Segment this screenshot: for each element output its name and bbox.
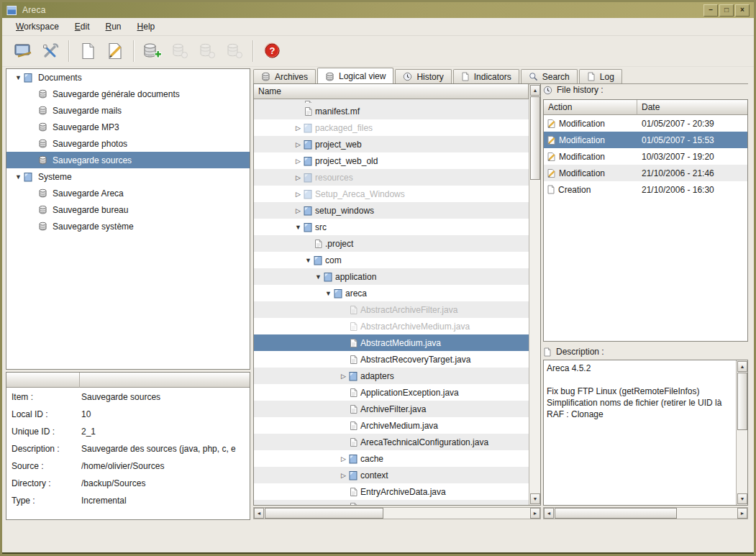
expand-arrow-icon[interactable]: ▼: [14, 173, 23, 181]
target-tree-item[interactable]: Sauvegarde bureau: [6, 201, 250, 218]
file-history-row[interactable]: Modification01/05/2007 - 20:39: [544, 115, 747, 132]
target-tree-item[interactable]: ▼Systeme: [6, 168, 250, 185]
target-tree-item-label: Systeme: [33, 172, 72, 182]
file-history-row[interactable]: Modification01/05/2007 - 15:53: [544, 132, 747, 148]
expand-arrow-icon[interactable]: ▷: [293, 141, 303, 148]
description-vertical-scrollbar[interactable]: ▲ ▼: [736, 360, 747, 505]
file-tree-row[interactable]: ArchiveMedium.java: [254, 417, 529, 434]
file-tree-vertical-scrollbar[interactable]: ▲ ▼: [529, 84, 540, 505]
new-target-button[interactable]: [139, 39, 166, 63]
scroll-up-button[interactable]: ▲: [530, 85, 540, 96]
menu-workspace[interactable]: Workspace: [8, 19, 67, 34]
file-tree-row[interactable]: ▼com: [254, 252, 529, 268]
help-button[interactable]: ?: [258, 39, 286, 63]
file-tree-row[interactable]: ▷context: [254, 467, 529, 483]
menu-edit[interactable]: Edit: [67, 19, 98, 34]
scroll-thumb[interactable]: [530, 96, 540, 180]
name-column-header[interactable]: Name: [254, 84, 529, 99]
scroll-down-button[interactable]: ▼: [530, 493, 540, 504]
file-tree-horizontal-scrollbar[interactable]: ◄ ►: [253, 507, 541, 519]
preferences-button[interactable]: [37, 39, 64, 63]
menu-help[interactable]: Help: [129, 19, 163, 34]
preferences-icon: [41, 42, 60, 60]
description-horizontal-scrollbar[interactable]: ◄ ►: [543, 507, 748, 519]
scroll-thumb[interactable]: [555, 508, 677, 519]
file-tree-row[interactable]: ▷setup_windows: [254, 202, 529, 219]
scroll-right-button[interactable]: ►: [737, 508, 747, 519]
detail-label: Unique ID :: [12, 427, 81, 437]
action-column-header[interactable]: Action: [544, 100, 637, 115]
file-tree-row[interactable]: ArchiveFilter.java: [254, 401, 529, 417]
details-header-cell[interactable]: [80, 373, 250, 388]
file-tree-row[interactable]: EntryArchiveData.java: [254, 483, 529, 500]
collapse-arrow-icon[interactable]: ▼: [324, 290, 333, 297]
scroll-down-button[interactable]: ▼: [737, 493, 747, 504]
details-header-cell[interactable]: [6, 373, 80, 388]
file-tree-row[interactable]: ArecaTechnicalConfiguration.java: [254, 434, 529, 450]
expand-arrow-icon[interactable]: ▷: [293, 158, 303, 165]
scroll-left-button[interactable]: ◄: [254, 508, 264, 519]
tab-archives[interactable]: Archives: [253, 69, 316, 83]
maximize-button[interactable]: □: [719, 4, 734, 17]
open-workspace-button[interactable]: [9, 39, 37, 63]
expand-arrow-icon[interactable]: ▼: [14, 74, 23, 81]
target-tree-item[interactable]: Sauvegarde mails: [6, 102, 250, 119]
file-tree-row[interactable]: AbstractArchiveMedium.java: [254, 318, 529, 334]
scroll-thumb[interactable]: [737, 373, 747, 430]
expand-arrow-icon[interactable]: ▷: [339, 455, 348, 462]
scroll-thumb[interactable]: [265, 508, 383, 519]
file-tree-row[interactable]: ▷cache: [254, 450, 529, 467]
file-history-row[interactable]: Modification10/03/2007 - 19:20: [544, 148, 747, 165]
file-tree-row[interactable]: .project: [254, 235, 529, 252]
file-tree-row[interactable]: ▷resources: [254, 169, 529, 186]
expand-arrow-icon[interactable]: ▷: [339, 472, 348, 479]
scroll-up-button[interactable]: ▲: [737, 361, 747, 372]
target-tree-item[interactable]: Sauvegarde générale documents: [6, 86, 250, 102]
close-button[interactable]: ×: [735, 4, 750, 17]
scroll-left-button[interactable]: ◄: [544, 508, 554, 519]
file-tree-row[interactable]: AbstractArchiveFilter.java: [254, 301, 529, 318]
expand-arrow-icon[interactable]: ▷: [293, 174, 303, 181]
collapse-arrow-icon[interactable]: ▼: [314, 273, 323, 281]
file-tree-row[interactable]: ▷project_web_old: [254, 152, 529, 169]
edit-target-button[interactable]: [101, 39, 129, 63]
file-tree-row[interactable]: ▷packaged_files: [254, 119, 529, 136]
menu-run[interactable]: Run: [98, 19, 129, 34]
expand-arrow-icon[interactable]: ▷: [293, 191, 303, 198]
target-tree-item[interactable]: ▼Documents: [6, 69, 250, 86]
date-cell: 21/10/2006 - 21:46: [637, 168, 747, 178]
tab-search[interactable]: Search: [521, 69, 578, 83]
expand-arrow-icon[interactable]: ▷: [293, 124, 303, 132]
tab-indicators[interactable]: Indicators: [453, 69, 519, 83]
collapse-arrow-icon[interactable]: ▼: [293, 224, 303, 231]
target-tree-item[interactable]: Sauvegarde Areca: [6, 185, 250, 201]
file-history-row[interactable]: Creation21/10/2006 - 16:30: [544, 181, 747, 198]
new-group-button[interactable]: [74, 39, 101, 63]
scroll-right-button[interactable]: ►: [530, 508, 540, 519]
file-history-row[interactable]: Modification21/10/2006 - 21:46: [544, 165, 747, 181]
tab-logical-view[interactable]: Logical view: [317, 68, 393, 84]
date-column-header[interactable]: Date: [637, 100, 747, 115]
expand-arrow-icon[interactable]: ▷: [339, 373, 348, 380]
file-tree-row[interactable]: ▼areca: [254, 285, 529, 301]
tab-log[interactable]: Log: [579, 69, 622, 83]
tab-label: Log: [600, 72, 614, 82]
minimize-button[interactable]: –: [703, 4, 718, 17]
expand-arrow-icon[interactable]: ▷: [293, 207, 303, 214]
file-tree-row[interactable]: AbstractMedium.java: [254, 334, 529, 351]
target-tree-item[interactable]: Sauvegarde photos: [6, 135, 250, 152]
file-tree-row[interactable]: manifest.mf: [254, 103, 529, 119]
file-tree-row[interactable]: ▷Setup_Areca_Windows: [254, 186, 529, 202]
file-tree-row[interactable]: AbstractRecoveryTarget.java: [254, 351, 529, 368]
collapse-arrow-icon[interactable]: ▼: [304, 257, 313, 264]
title-bar[interactable]: Areca – □ ×: [2, 2, 754, 18]
target-tree-item[interactable]: Sauvegarde MP3: [6, 119, 250, 135]
file-tree-row[interactable]: ▷adapters: [254, 368, 529, 384]
target-tree-item[interactable]: Sauvegarde système: [6, 218, 250, 234]
file-tree-row[interactable]: ▼src: [254, 219, 529, 235]
tab-history[interactable]: History: [395, 69, 451, 83]
file-tree-row[interactable]: ▷project_web: [254, 136, 529, 152]
file-tree-row[interactable]: ▼application: [254, 268, 529, 285]
file-tree-row[interactable]: ApplicationException.java: [254, 384, 529, 401]
target-tree-item[interactable]: Sauvegarde sources: [6, 152, 250, 168]
